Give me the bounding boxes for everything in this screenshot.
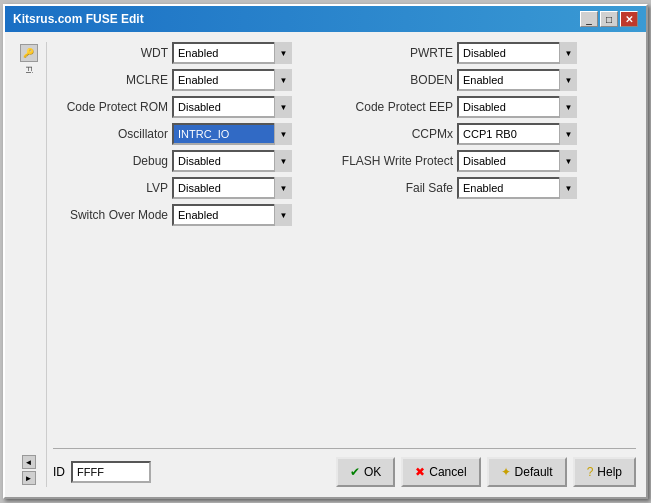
debug-select[interactable]: DisabledEnabled bbox=[172, 150, 292, 172]
boden-label: BODEN bbox=[323, 73, 453, 87]
ok-button[interactable]: ✔ OK bbox=[336, 457, 395, 487]
code-protect-eep-row: Code Protect EEP DisabledEnabled ▼ bbox=[323, 96, 636, 118]
nav-label: Fi bbox=[24, 66, 34, 74]
help-label: Help bbox=[597, 465, 622, 479]
ccpmx-row: CCPMx CCP1 RB0CCP1 RB3 ▼ bbox=[323, 123, 636, 145]
fail-safe-label: Fail Safe bbox=[323, 181, 453, 195]
help-icon: ? bbox=[587, 465, 594, 479]
oscillator-select[interactable]: INTRC_IOINTRCEXTRCXTHSLP bbox=[172, 123, 292, 145]
left-column: WDT EnabledDisabled ▼ MCLRE bbox=[53, 42, 313, 440]
code-protect-rom-select-wrapper: DisabledEnabled ▼ bbox=[172, 96, 292, 118]
code-protect-rom-label: Code Protect ROM bbox=[53, 100, 168, 114]
nav-icon: 🔑 bbox=[20, 44, 38, 62]
columns: WDT EnabledDisabled ▼ MCLRE bbox=[53, 42, 636, 440]
help-button[interactable]: ? Help bbox=[573, 457, 636, 487]
default-label: Default bbox=[515, 465, 553, 479]
lvp-label: LVP bbox=[53, 181, 168, 195]
ok-label: OK bbox=[364, 465, 381, 479]
debug-select-wrapper: DisabledEnabled ▼ bbox=[172, 150, 292, 172]
cancel-button[interactable]: ✖ Cancel bbox=[401, 457, 480, 487]
oscillator-label: Oscillator bbox=[53, 127, 168, 141]
right-column: PWRTE DisabledEnabled ▼ BODEN bbox=[323, 42, 636, 440]
boden-row: BODEN EnabledDisabled ▼ bbox=[323, 69, 636, 91]
flash-write-protect-select[interactable]: DisabledEnabled bbox=[457, 150, 577, 172]
wdt-select-wrapper: EnabledDisabled ▼ bbox=[172, 42, 292, 64]
footer-bar: ID ✔ OK ✖ Cancel ✦ bbox=[53, 448, 636, 487]
minimize-button[interactable]: _ bbox=[580, 11, 598, 27]
wdt-row: WDT EnabledDisabled ▼ bbox=[53, 42, 313, 64]
cancel-icon: ✖ bbox=[415, 465, 425, 479]
code-protect-eep-select-wrapper: DisabledEnabled ▼ bbox=[457, 96, 577, 118]
code-protect-eep-select[interactable]: DisabledEnabled bbox=[457, 96, 577, 118]
side-nav: 🔑 Fi ◄ ► bbox=[15, 42, 47, 487]
scroll-up-btn[interactable]: ◄ bbox=[22, 455, 36, 469]
window-controls: _ □ ✕ bbox=[580, 11, 638, 27]
switch-over-mode-select-wrapper: EnabledDisabled ▼ bbox=[172, 204, 292, 226]
maximize-button[interactable]: □ bbox=[600, 11, 618, 27]
lvp-row: LVP DisabledEnabled ▼ bbox=[53, 177, 313, 199]
flash-write-protect-label: FLASH Write Protect bbox=[323, 154, 453, 168]
flash-write-protect-row: FLASH Write Protect DisabledEnabled ▼ bbox=[323, 150, 636, 172]
oscillator-row: Oscillator INTRC_IOINTRCEXTRCXTHSLP ▼ bbox=[53, 123, 313, 145]
scroll-down-btn[interactable]: ► bbox=[22, 471, 36, 485]
mclre-row: MCLRE EnabledDisabled ▼ bbox=[53, 69, 313, 91]
code-protect-eep-label: Code Protect EEP bbox=[323, 100, 453, 114]
pwrte-label: PWRTE bbox=[323, 46, 453, 60]
lvp-select-wrapper: DisabledEnabled ▼ bbox=[172, 177, 292, 199]
window-title: Kitsrus.com FUSE Edit bbox=[13, 12, 144, 26]
lvp-select[interactable]: DisabledEnabled bbox=[172, 177, 292, 199]
cancel-label: Cancel bbox=[429, 465, 466, 479]
ccpmx-select-wrapper: CCP1 RB0CCP1 RB3 ▼ bbox=[457, 123, 577, 145]
switch-over-mode-label: Switch Over Mode bbox=[53, 208, 168, 222]
pwrte-select[interactable]: DisabledEnabled bbox=[457, 42, 577, 64]
close-button[interactable]: ✕ bbox=[620, 11, 638, 27]
id-input[interactable] bbox=[71, 461, 151, 483]
wdt-label: WDT bbox=[53, 46, 168, 60]
boden-select-wrapper: EnabledDisabled ▼ bbox=[457, 69, 577, 91]
pwrte-select-wrapper: DisabledEnabled ▼ bbox=[457, 42, 577, 64]
ccpmx-label: CCPMx bbox=[323, 127, 453, 141]
ccpmx-select[interactable]: CCP1 RB0CCP1 RB3 bbox=[457, 123, 577, 145]
flash-write-protect-select-wrapper: DisabledEnabled ▼ bbox=[457, 150, 577, 172]
window-body: 🔑 Fi ◄ ► WDT bbox=[5, 32, 646, 497]
switch-over-mode-row: Switch Over Mode EnabledDisabled ▼ bbox=[53, 204, 313, 226]
form-area: WDT EnabledDisabled ▼ MCLRE bbox=[53, 42, 636, 487]
mclre-select[interactable]: EnabledDisabled bbox=[172, 69, 292, 91]
oscillator-select-wrapper: INTRC_IOINTRCEXTRCXTHSLP ▼ bbox=[172, 123, 292, 145]
fail-safe-select-wrapper: EnabledDisabled ▼ bbox=[457, 177, 577, 199]
id-label: ID bbox=[53, 465, 65, 479]
debug-row: Debug DisabledEnabled ▼ bbox=[53, 150, 313, 172]
boden-select[interactable]: EnabledDisabled bbox=[457, 69, 577, 91]
mclre-select-wrapper: EnabledDisabled ▼ bbox=[172, 69, 292, 91]
fail-safe-select[interactable]: EnabledDisabled bbox=[457, 177, 577, 199]
main-window: Kitsrus.com FUSE Edit _ □ ✕ 🔑 Fi ◄ ► bbox=[3, 4, 648, 499]
action-buttons: ✔ OK ✖ Cancel ✦ Default ? bbox=[336, 457, 636, 487]
title-bar: Kitsrus.com FUSE Edit _ □ ✕ bbox=[5, 6, 646, 32]
code-protect-rom-select[interactable]: DisabledEnabled bbox=[172, 96, 292, 118]
switch-over-mode-select[interactable]: EnabledDisabled bbox=[172, 204, 292, 226]
default-icon: ✦ bbox=[501, 465, 511, 479]
mclre-label: MCLRE bbox=[53, 73, 168, 87]
debug-label: Debug bbox=[53, 154, 168, 168]
code-protect-rom-row: Code Protect ROM DisabledEnabled ▼ bbox=[53, 96, 313, 118]
pwrte-row: PWRTE DisabledEnabled ▼ bbox=[323, 42, 636, 64]
wdt-select[interactable]: EnabledDisabled bbox=[172, 42, 292, 64]
ok-icon: ✔ bbox=[350, 465, 360, 479]
fail-safe-row: Fail Safe EnabledDisabled ▼ bbox=[323, 177, 636, 199]
default-button[interactable]: ✦ Default bbox=[487, 457, 567, 487]
